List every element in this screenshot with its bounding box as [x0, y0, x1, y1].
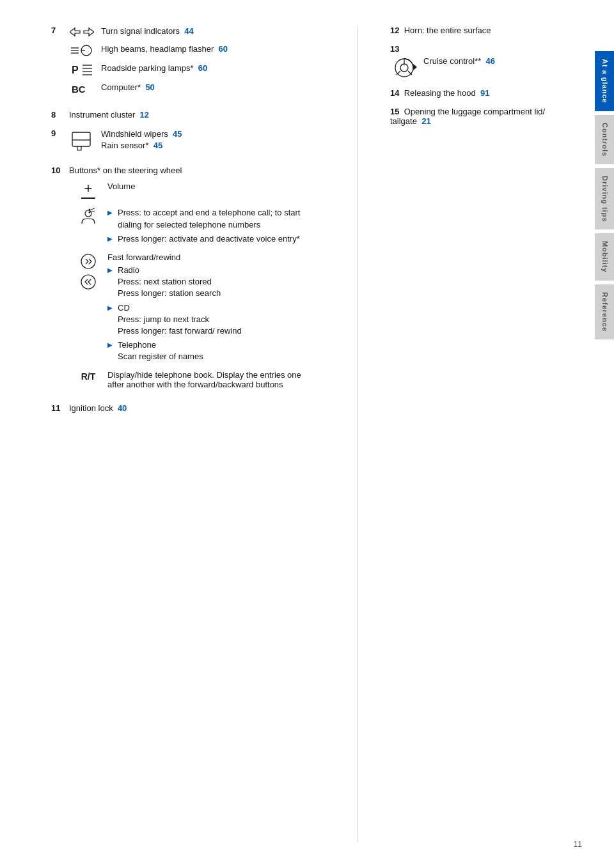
computer-ref[interactable]: 50 [145, 82, 154, 92]
sidebar-tab-at-a-glance[interactable]: At a glance [595, 51, 614, 111]
minus-icon [81, 198, 95, 199]
svg-point-21 [400, 64, 408, 72]
sidebar-spacer-top [595, 0, 614, 51]
radio-next: Press: next station stored [118, 276, 221, 288]
phone-item-2: ▶ Press longer: activate and deactivate … [107, 233, 319, 245]
entry-14-ref[interactable]: 91 [480, 88, 489, 98]
entry-13-number: 13 [390, 44, 399, 54]
entry-9-number: 9 [51, 128, 64, 138]
right-column: 12 Horn: the entire surface 13 [384, 26, 563, 842]
svg-marker-22 [413, 64, 417, 70]
ff-section: Fast forward/rewind ▶ Radio Press: next … [75, 252, 319, 366]
sidebar-tab-mobility[interactable]: Mobility [595, 233, 614, 281]
entry-13: 13 [390, 44, 563, 79]
radio-longer: Press longer: station search [118, 288, 221, 299]
parking-lamp-icon: P [72, 63, 92, 77]
bullet-triangle-2: ▶ [107, 235, 114, 244]
main-content: 7 Turn signal ind [0, 0, 595, 868]
entry-10: 10 Buttons* on the steering wheel + Volu… [51, 166, 319, 394]
cd-label: CD [118, 302, 242, 314]
cd-item: ▶ CD Press: jump to next track Press lon… [107, 302, 242, 337]
svg-text:P: P [72, 65, 79, 75]
phone-button-icon [77, 207, 100, 230]
computer-icon-cell: BC [69, 82, 95, 96]
sub-entry-computer: BC Computer* 50 [69, 82, 319, 96]
entry-10-label: Buttons* on the steering wheel [69, 166, 319, 175]
high-beam-icon-cell [69, 43, 95, 58]
entry-15-ref[interactable]: 21 [421, 116, 430, 126]
computer-text: Computer* 50 [101, 82, 319, 93]
entry-9-content: Windshield wipers 45 Rain sensor* 45 [69, 128, 319, 157]
cruise-control-ref[interactable]: 46 [486, 56, 495, 66]
entry-10-number: 10 [51, 166, 64, 175]
sidebar-tab-reference[interactable]: Reference [595, 284, 614, 339]
telephone-item: ▶ Telephone Scan register of names [107, 339, 242, 362]
entry-11-ref[interactable]: 40 [118, 403, 127, 413]
entry-15-number: 15 [390, 107, 399, 116]
entry-8-content: Instrument cluster 12 [69, 110, 319, 120]
svg-marker-1 [84, 28, 94, 36]
wiper-icon-cell [69, 128, 95, 151]
entry-8-ref[interactable]: 12 [140, 110, 149, 120]
svg-point-18 [89, 209, 91, 211]
wiper-ref[interactable]: 45 [173, 129, 182, 139]
entry-7-content: Turn signal indicators 44 [69, 26, 319, 101]
volume-icons: + [75, 182, 101, 201]
bullet-triangle-radio: ▶ [107, 266, 114, 275]
ff-icons [75, 252, 101, 291]
rain-sensor-ref[interactable]: 45 [154, 141, 162, 150]
svg-line-16 [91, 208, 95, 210]
bullet-triangle-1: ▶ [107, 208, 114, 217]
svg-text:BC: BC [72, 84, 86, 95]
rewind-icon [79, 273, 97, 291]
turn-signal-icon [70, 26, 94, 38]
bullet-triangle-tel: ▶ [107, 341, 114, 350]
turn-signal-icon-cell [69, 26, 95, 38]
high-beam-icon [70, 43, 94, 58]
bullet-triangle-cd: ▶ [107, 304, 114, 313]
entry-14: 14 Releasing the hood 91 [390, 88, 563, 98]
parking-lamp-text: Roadside parking lamps* 60 [101, 63, 319, 74]
rt-icon: R/T [75, 370, 101, 382]
svg-marker-0 [70, 28, 80, 36]
computer-bc-icon: BC [72, 82, 92, 96]
ff-label: Fast forward/rewind [107, 252, 242, 262]
cd-next: Press: jump to next track [118, 314, 242, 325]
ff-content: Fast forward/rewind ▶ Radio Press: next … [107, 252, 242, 366]
tel-scan: Scan register of names [118, 351, 203, 362]
volume-section: + Volume [75, 182, 319, 201]
sidebar-tab-driving-tips[interactable]: Driving tips [595, 168, 614, 230]
right-sidebar: At a glance Controls Driving tips Mobili… [595, 0, 614, 868]
sub-entry-parking-lamp: P Roadside parking lamps* 60 [69, 63, 319, 77]
high-beam-ref[interactable]: 60 [219, 44, 228, 54]
entry-12: 12 Horn: the entire surface [390, 26, 563, 35]
cruise-control-icon [390, 56, 418, 79]
entry-12-number: 12 [390, 26, 399, 35]
cruise-control-icon-cell [390, 56, 418, 79]
fast-forward-icon [79, 252, 97, 270]
parking-lamp-icon-cell: P [69, 63, 95, 77]
svg-point-15 [85, 210, 91, 217]
sub-entry-wiper: Windshield wipers 45 Rain sensor* 45 [69, 128, 319, 151]
phone-button-section: ▶ Press: to accept and end a telephone c… [75, 207, 319, 247]
entry-13-header: 13 [390, 44, 563, 54]
rt-text: Display/hide telephone book. Display the… [107, 370, 319, 389]
column-separator [358, 26, 358, 842]
sub-entry-high-beam: High beams, headlamp flasher 60 [69, 43, 319, 58]
radio-label: Radio [118, 265, 221, 276]
cruise-control-text: Cruise control** 46 [423, 56, 495, 66]
entry-11-number: 11 [51, 403, 64, 413]
plus-icon: + [84, 182, 93, 196]
parking-lamp-ref[interactable]: 60 [198, 63, 207, 73]
entry-14-number: 14 [390, 88, 399, 98]
sidebar-tab-controls[interactable]: Controls [595, 115, 614, 164]
page-container: 7 Turn signal ind [0, 0, 614, 868]
turn-signal-text: Turn signal indicators 44 [101, 26, 319, 37]
phone-icon-cell [75, 207, 101, 230]
entry-7: 7 Turn signal ind [51, 26, 319, 101]
entry-10-content: Buttons* on the steering wheel + Volume [69, 166, 319, 394]
wiper-icon [70, 128, 94, 151]
turn-signal-ref[interactable]: 44 [184, 26, 193, 36]
rt-section: R/T Display/hide telephone book. Display… [75, 370, 319, 389]
tel-label: Telephone [118, 339, 203, 351]
